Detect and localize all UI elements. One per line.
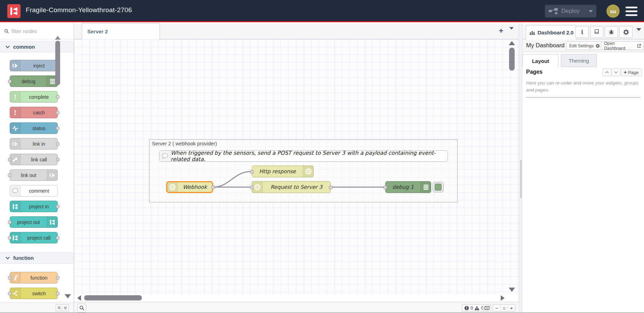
category-common[interactable]: common xyxy=(0,41,74,53)
node-red-logo-icon xyxy=(7,4,21,18)
palette-node-link-call[interactable]: link call xyxy=(10,154,58,165)
globe-icon xyxy=(167,182,178,192)
canvas-footer: 0 0 − ○ + xyxy=(74,302,519,312)
add-flow-button[interactable]: + xyxy=(497,26,506,36)
node-http-response[interactable]: Http response xyxy=(252,166,314,177)
splitter-handle[interactable] xyxy=(520,160,522,198)
palette-node-project-call[interactable]: project call xyxy=(10,232,58,243)
zoom-reset-button[interactable]: ○ xyxy=(500,305,508,311)
settings-gear-button[interactable] xyxy=(619,26,633,38)
page-move-down-button[interactable] xyxy=(612,69,620,76)
output-port xyxy=(56,142,59,146)
navigator-map-button[interactable] xyxy=(483,304,491,312)
palette-node-inject[interactable]: inject xyxy=(10,60,58,71)
search-flows-button[interactable] xyxy=(78,304,86,312)
palette-node-project-out[interactable]: project out xyxy=(10,216,58,228)
tab-server-2[interactable]: Server 2 xyxy=(82,23,160,39)
divider xyxy=(526,97,641,98)
error-icon xyxy=(464,306,469,311)
edit-settings-button[interactable]: Edit Settings xyxy=(566,41,603,50)
link-arrow-icon xyxy=(47,170,57,180)
globe-icon xyxy=(252,182,263,193)
palette-scroll-up[interactable] xyxy=(55,36,61,40)
canvas-scroll-left[interactable] xyxy=(77,295,81,301)
collapse-all-button[interactable] xyxy=(56,304,62,311)
sidebar-menu-button[interactable] xyxy=(636,31,641,37)
function-icon: f xyxy=(10,272,21,283)
exclamation-icon: ! xyxy=(10,107,21,118)
output-port xyxy=(56,111,59,114)
flow-list-button[interactable] xyxy=(509,30,514,36)
canvas-hscrollbar-thumb[interactable] xyxy=(84,295,142,300)
bar-chart-icon xyxy=(530,30,535,35)
zoom-out-button[interactable]: − xyxy=(493,305,500,311)
inject-icon xyxy=(10,60,21,71)
input-port xyxy=(8,292,11,295)
open-dashboard-button[interactable]: Open Dashboard xyxy=(601,41,644,50)
link-call-icon xyxy=(10,154,21,165)
zoom-in-button[interactable]: + xyxy=(508,305,515,311)
add-page-button[interactable]: + Page xyxy=(621,69,642,76)
palette-scroll-down[interactable] xyxy=(65,294,71,298)
palette-node-link-in[interactable]: link in xyxy=(10,138,58,150)
info-tab-button[interactable]: i xyxy=(575,26,589,38)
category-function[interactable]: function xyxy=(0,252,74,264)
node-debug-1[interactable]: debug 1 xyxy=(385,181,431,193)
palette-filter xyxy=(0,23,74,39)
palette-node-catch[interactable]: ! catch xyxy=(10,107,58,118)
input-port[interactable] xyxy=(250,170,253,174)
page-move-up-button[interactable] xyxy=(603,69,611,76)
node-webhook-selected[interactable]: Webhook xyxy=(166,181,213,193)
output-port[interactable] xyxy=(329,186,332,189)
tab-dashboard-2[interactable]: Dashboard 2.0 xyxy=(526,25,576,39)
comment-text: When triggered by the sensors, send a PO… xyxy=(171,151,448,161)
output-port[interactable] xyxy=(211,186,215,189)
deploy-button[interactable]: Deploy xyxy=(545,5,596,17)
globe-icon xyxy=(303,166,313,177)
deploy-icon xyxy=(548,8,558,15)
node-palette: common inject debug ! complete ! cat xyxy=(0,23,74,303)
tab-label: Server 2 xyxy=(87,29,108,34)
palette-node-status[interactable]: status xyxy=(10,122,58,134)
palette-scrollbar-thumb[interactable] xyxy=(55,41,60,85)
deploy-dropdown-icon[interactable] xyxy=(589,10,593,13)
notification-counts[interactable]: 0 0 xyxy=(462,304,486,312)
palette-node-debug[interactable]: debug xyxy=(10,75,58,87)
output-port xyxy=(56,158,59,161)
chevron-down-icon xyxy=(6,46,10,48)
output-port xyxy=(56,95,59,99)
pages-heading: Pages xyxy=(526,69,542,75)
canvas-scroll-right[interactable] xyxy=(501,295,505,301)
output-port xyxy=(56,292,59,295)
debug-bug-button[interactable] xyxy=(605,26,618,38)
node-request-to-server-3[interactable]: Request to Server 3 xyxy=(252,181,331,193)
output-port xyxy=(56,205,59,208)
input-port xyxy=(8,236,11,240)
tab-theming[interactable]: Theming xyxy=(561,54,597,67)
group-label: Server 2 ( webhook provider) xyxy=(152,141,217,146)
node-red-icon xyxy=(10,232,21,243)
main-menu-button[interactable] xyxy=(626,7,637,16)
canvas-vscrollbar-thumb[interactable] xyxy=(509,48,515,71)
palette-node-complete[interactable]: ! complete xyxy=(10,91,58,103)
palette-node-switch[interactable]: switch xyxy=(10,288,58,299)
input-port[interactable] xyxy=(250,186,253,189)
canvas-scroll-down[interactable] xyxy=(509,288,515,292)
palette-node-function[interactable]: f function xyxy=(10,272,58,283)
comment-node[interactable]: When triggered by the sensors, send a PO… xyxy=(159,150,448,162)
help-book-button[interactable] xyxy=(590,26,603,38)
palette-node-comment[interactable]: comment xyxy=(10,185,58,196)
input-port[interactable] xyxy=(384,186,387,189)
canvas-scroll-up[interactable] xyxy=(509,41,515,45)
filter-nodes-input[interactable] xyxy=(11,28,64,34)
speech-bubble-icon xyxy=(10,185,21,196)
sidebar-tabbar: Dashboard 2.0 i xyxy=(522,23,644,39)
sidebar-splitter[interactable] xyxy=(519,23,522,313)
user-avatar[interactable]: su xyxy=(606,5,620,18)
debug-toggle-button[interactable] xyxy=(433,182,444,192)
switch-icon xyxy=(10,288,21,299)
tab-layout[interactable]: Layout xyxy=(523,54,558,67)
palette-node-link-out[interactable]: link out xyxy=(10,169,58,181)
palette-node-project-in[interactable]: project in xyxy=(10,201,58,212)
expand-all-button[interactable] xyxy=(62,304,69,311)
